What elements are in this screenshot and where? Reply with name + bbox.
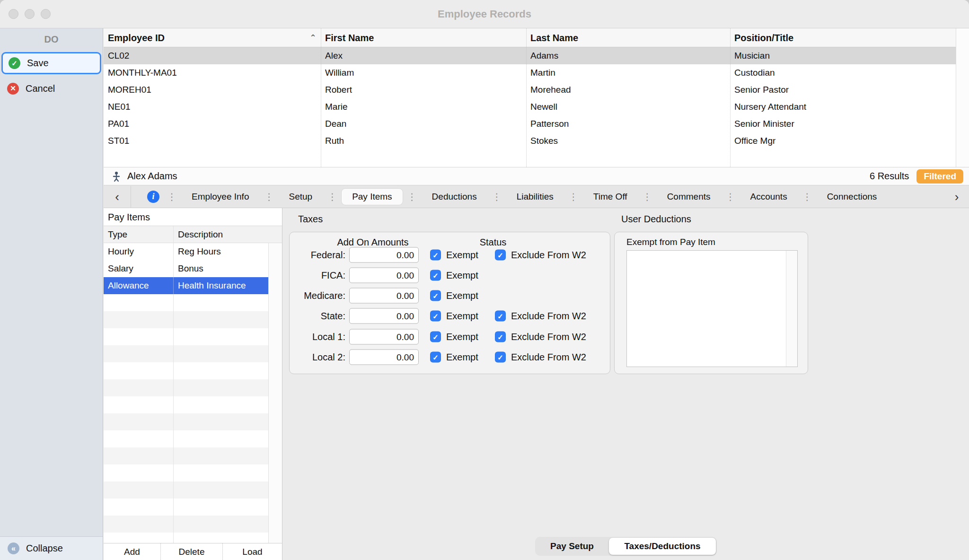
pay-item-row-allowance[interactable]: Allowance Health Insurance	[104, 277, 269, 294]
cancel-button[interactable]: ✕ Cancel	[1, 78, 101, 99]
tab-menu-dots-icon[interactable]: ⋮	[162, 191, 181, 202]
column-header-employee-id[interactable]: Employee ID ⌃	[104, 28, 321, 47]
state-amount-input[interactable]	[349, 308, 419, 324]
tab-time-off[interactable]: Time Off	[583, 189, 638, 205]
minimize-window-button[interactable]	[25, 9, 35, 19]
pay-setup-segment[interactable]: Pay Setup	[536, 538, 608, 555]
tax-row-local2: Local 2: ✓ Exempt ✓ Exclude From W2	[290, 349, 610, 366]
title-bar: Employee Records	[0, 0, 969, 28]
employee-row-pa01[interactable]: PA01Dean PattersonSenior Minister	[104, 115, 969, 132]
local1-exclude-w2-checkbox[interactable]: ✓	[495, 332, 506, 342]
local1-label: Local 1:	[290, 332, 345, 342]
tab-connections[interactable]: Connections	[817, 189, 888, 205]
employee-row-monthly-ma01[interactable]: MONTHLY-MA01William MartinCustodian	[104, 64, 969, 81]
collapse-sidebar-button[interactable]: « Collapse	[0, 536, 103, 560]
empty-row	[104, 362, 269, 379]
employee-row-ne01[interactable]: NE01Marie NewellNursery Attendant	[104, 98, 969, 115]
medicare-exempt-checkbox[interactable]: ✓	[430, 290, 441, 301]
employee-row-st01[interactable]: ST01Ruth StokesOffice Mgr	[104, 132, 969, 149]
tab-menu-dots-icon[interactable]: ⋮	[487, 191, 506, 202]
tax-row-medicare: Medicare: ✓ Exempt	[290, 287, 610, 304]
pay-item-row-salary[interactable]: Salary Bonus	[104, 260, 269, 277]
tab-menu-dots-icon[interactable]: ⋮	[564, 191, 583, 202]
do-header: DO	[0, 34, 103, 45]
empty-row	[104, 345, 269, 362]
tabs-scroll-right-button[interactable]: ›	[944, 186, 969, 208]
taxes-group-box: Add On Amounts Status Federal: ✓ Exempt …	[289, 232, 610, 374]
column-header-last-name[interactable]: Last Name	[526, 28, 730, 47]
window-title: Employee Records	[0, 0, 969, 28]
tab-menu-dots-icon[interactable]: ⋮	[259, 191, 278, 202]
info-tab[interactable]: i	[131, 191, 162, 203]
tab-setup[interactable]: Setup	[278, 189, 323, 205]
local2-exempt-checkbox[interactable]: ✓	[430, 352, 441, 363]
fica-amount-input[interactable]	[349, 268, 419, 283]
employee-row-cl02[interactable]: CL02Alex AdamsMusician	[104, 47, 969, 64]
federal-exclude-w2-checkbox[interactable]: ✓	[495, 250, 506, 261]
empty-row	[104, 481, 269, 499]
deductions-list-scrollbar[interactable]	[786, 251, 797, 367]
column-header-first-name[interactable]: First Name	[321, 28, 526, 47]
tab-liabilities[interactable]: Liabilities	[506, 189, 564, 205]
employee-row-moreh01[interactable]: MOREH01Robert MoreheadSenior Pastor	[104, 81, 969, 98]
tab-employee-info[interactable]: Employee Info	[181, 189, 259, 205]
federal-amount-input[interactable]	[349, 247, 419, 263]
tab-menu-dots-icon[interactable]: ⋮	[798, 191, 817, 202]
exempt-from-pay-item-list[interactable]	[626, 250, 798, 367]
local1-exempt-checkbox[interactable]: ✓	[430, 332, 441, 342]
close-window-button[interactable]	[9, 9, 18, 19]
employee-list-header: Employee ID ⌃ First Name Last Name Posit…	[104, 28, 969, 47]
exempt-label: Exempt	[446, 311, 478, 322]
empty-row	[104, 516, 269, 533]
local2-exclude-w2-checkbox[interactable]: ✓	[495, 352, 506, 363]
exempt-label: Exempt	[446, 352, 478, 363]
exclude-w2-label: Exclude From W2	[511, 311, 586, 322]
save-button[interactable]: ✓ Save	[1, 52, 101, 74]
column-header-position-title[interactable]: Position/Title	[730, 28, 969, 47]
tab-deductions[interactable]: Deductions	[422, 189, 487, 205]
empty-row	[104, 311, 269, 328]
current-record-name: Alex Adams	[127, 171, 177, 182]
results-count: 6 Results	[870, 171, 909, 182]
state-exclude-w2-checkbox[interactable]: ✓	[495, 311, 506, 322]
tab-menu-dots-icon[interactable]: ⋮	[721, 191, 740, 202]
collapse-chevrons-icon: «	[8, 542, 19, 554]
load-pay-item-button[interactable]: Load	[222, 543, 282, 560]
empty-row	[104, 447, 269, 464]
tab-menu-dots-icon[interactable]: ⋮	[403, 191, 422, 202]
federal-exempt-checkbox[interactable]: ✓	[430, 250, 441, 261]
column-divider	[730, 28, 731, 167]
tab-menu-dots-icon[interactable]: ⋮	[323, 191, 342, 202]
add-pay-item-button[interactable]: Add	[104, 543, 160, 560]
info-icon: i	[147, 191, 159, 203]
pay-items-panel: Pay Items Type Description Hourly Reg Ho…	[104, 208, 282, 560]
column-header-description[interactable]: Description	[173, 226, 282, 243]
pay-items-buttons: Add Delete Load	[104, 543, 282, 560]
taxes-deductions-segment[interactable]: Taxes/Deductions	[609, 538, 716, 555]
tab-comments[interactable]: Comments	[657, 189, 721, 205]
taxes-group-label: Taxes	[298, 214, 323, 225]
tax-row-state: State: ✓ Exempt ✓ Exclude From W2	[290, 307, 610, 324]
column-header-type[interactable]: Type	[104, 226, 173, 243]
tab-accounts[interactable]: Accounts	[740, 189, 797, 205]
tab-menu-dots-icon[interactable]: ⋮	[638, 191, 657, 202]
local2-label: Local 2:	[290, 352, 345, 363]
filtered-badge[interactable]: Filtered	[916, 169, 963, 184]
delete-pay-item-button[interactable]: Delete	[160, 543, 222, 560]
pay-items-scrollbar[interactable]	[268, 243, 282, 543]
medicare-amount-input[interactable]	[349, 288, 419, 304]
column-divider	[526, 28, 527, 167]
employee-list-scrollbar[interactable]	[956, 28, 969, 167]
empty-row	[104, 413, 269, 430]
fica-label: FICA:	[290, 270, 345, 281]
exempt-label: Exempt	[446, 250, 478, 261]
pay-item-row-hourly[interactable]: Hourly Reg Hours	[104, 243, 269, 260]
fica-exempt-checkbox[interactable]: ✓	[430, 270, 441, 281]
state-exempt-checkbox[interactable]: ✓	[430, 311, 441, 322]
local1-amount-input[interactable]	[349, 329, 419, 345]
local2-amount-input[interactable]	[349, 350, 419, 365]
tab-pay-items[interactable]: Pay Items	[342, 189, 402, 205]
tax-row-local1: Local 1: ✓ Exempt ✓ Exclude From W2	[290, 328, 610, 345]
zoom-window-button[interactable]	[41, 9, 51, 19]
tabs-scroll-left-button[interactable]: ‹	[104, 186, 131, 208]
